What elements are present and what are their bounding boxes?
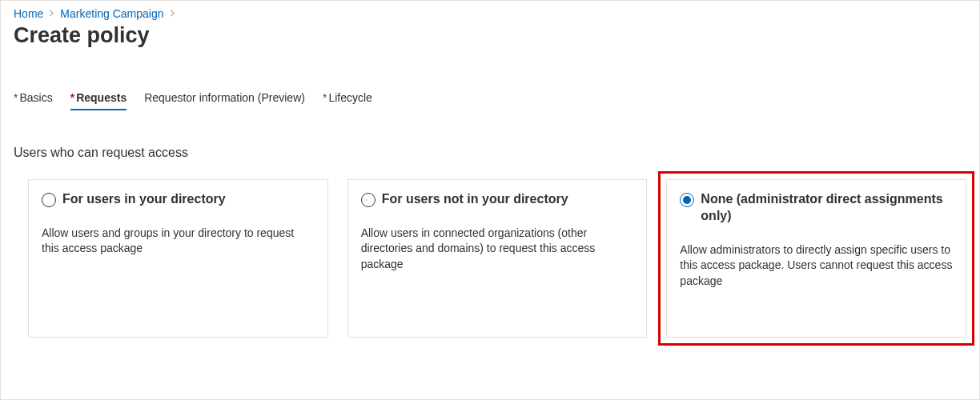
page-title: Create policy — [14, 23, 966, 48]
option-header: None (administrator direct assignments o… — [680, 191, 953, 225]
section-heading: Users who can request access — [14, 146, 966, 160]
main-container: Home Marketing Campaign Create policy *B… — [0, 0, 980, 400]
option-title: For users in your directory — [62, 191, 226, 208]
breadcrumb-link-marketing-campaign[interactable]: Marketing Campaign — [60, 7, 163, 20]
chevron-right-icon — [48, 8, 55, 19]
tab-basics[interactable]: *Basics — [14, 91, 53, 110]
required-marker: * — [70, 91, 74, 104]
tab-lifecycle[interactable]: *Lifecycle — [323, 91, 372, 110]
option-header: For users not in your directory — [361, 191, 634, 208]
option-none-admin-direct[interactable]: None (administrator direct assignments o… — [666, 179, 966, 338]
option-description: Allow administrators to directly assign … — [680, 242, 953, 290]
tab-requests[interactable]: *Requests — [70, 91, 127, 110]
tab-label: Requests — [76, 91, 127, 104]
option-users-not-in-directory[interactable]: For users not in your directory Allow us… — [347, 179, 648, 338]
tab-label: Basics — [19, 91, 52, 104]
tab-requestor-information[interactable]: Requestor information (Preview) — [144, 91, 305, 110]
radio-icon[interactable] — [42, 193, 56, 207]
radio-icon[interactable] — [361, 193, 376, 207]
option-title: For users not in your directory — [382, 191, 568, 208]
option-users-in-directory[interactable]: For users in your directory Allow users … — [28, 179, 328, 338]
options-row: For users in your directory Allow users … — [28, 179, 966, 338]
option-header: For users in your directory — [42, 191, 315, 208]
radio-icon[interactable] — [680, 193, 694, 207]
option-description: Allow users in connected organizations (… — [361, 226, 634, 273]
breadcrumb-link-home[interactable]: Home — [14, 7, 43, 20]
option-description: Allow users and groups in your directory… — [42, 226, 315, 257]
tabs: *Basics *Requests Requestor information … — [14, 91, 966, 110]
required-marker: * — [323, 91, 327, 104]
breadcrumb: Home Marketing Campaign — [14, 7, 966, 20]
chevron-right-icon — [169, 8, 176, 19]
tab-label: Lifecycle — [328, 91, 372, 104]
tab-label: Requestor information (Preview) — [144, 91, 305, 104]
option-title: None (administrator direct assignments o… — [701, 191, 953, 225]
required-marker: * — [14, 91, 18, 104]
